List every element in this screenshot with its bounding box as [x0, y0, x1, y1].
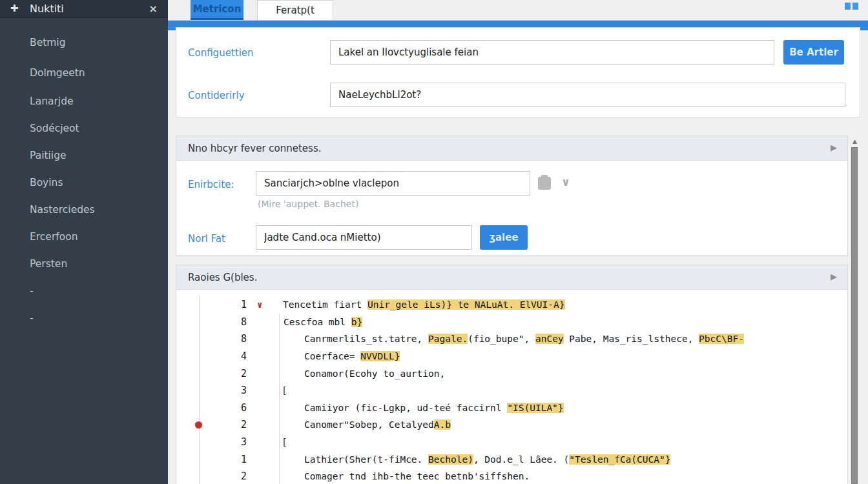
highlighted-token: PbcC\BF- [699, 334, 744, 344]
line-number: 2 [199, 365, 257, 382]
sidebar-item-label: Sodécjeot [30, 123, 158, 134]
sidebar-menu: ≠Cnslas×BetmigDolmgeetn+Dne dae×▦Caren×♣… [0, 18, 168, 332]
configuration-panel: Configuettien Be Artler Contiderirly [176, 27, 860, 117]
enirbcite-input[interactable] [256, 171, 530, 196]
chevron-right-icon[interactable]: ▶ [831, 272, 837, 281]
sidebar: ✚ Nuktiti × ≠Cnslas×BetmigDolmgeetn+Dne … [0, 0, 168, 484]
tab-metricon[interactable]: Metricon [191, 0, 243, 20]
code-text: [ [279, 434, 287, 451]
highlighted-token: "Teslen_fCa(CUCA"} [569, 454, 670, 465]
sidebar-item-sod-cjeot[interactable]: Sodécjeot [0, 115, 168, 142]
code-line[interactable]: 3[ [176, 382, 847, 399]
line-number: 2 [199, 468, 257, 484]
be-artler-button[interactable]: Be Artler [783, 40, 844, 65]
sidebar-item-label: Paitiige [30, 150, 158, 161]
tab-feratpt[interactable]: Feratp(t [257, 0, 333, 20]
highlighted-token: Pagale. [428, 334, 468, 344]
norl-fat-input[interactable] [256, 225, 472, 250]
code-text: Lathier(Sher(t-fiMce. Bechole), Dod.e_l … [279, 450, 670, 468]
code-text: [ [279, 382, 287, 399]
connections-section-header[interactable]: Nno hbcyr fever connetess. ▶ [176, 136, 847, 161]
code-line[interactable]: 1∨Tencetim fiart Unir_gele iLs)} te NALu… [176, 296, 847, 314]
code-token: Conamor(Ecohy to_aurtion, [304, 368, 445, 379]
confidentiality-label: Contiderirly [188, 90, 245, 101]
scroll-up-icon[interactable]: ▲ [851, 137, 859, 146]
code-text: Comager tnd ihb-the teec betnb'siffshen. [279, 468, 530, 484]
main-content: Metricon Feratp(t Configuettien Be Artle… [168, 0, 868, 484]
code-line[interactable]: 2Comager tnd ihb-the teec betnb'siffshen… [176, 468, 847, 484]
sidebar-item--[interactable]: - [0, 305, 168, 332]
sidebar-item--[interactable]: - [0, 277, 168, 305]
code-text: Camiiyor (fic-Lgkp, ud-teé faccirnl "IS(… [279, 399, 564, 417]
line-number: 1 [199, 450, 257, 468]
code-text: Tencetim fiart Unir_gele iLs)} te NALuAt… [279, 296, 565, 314]
sidebar-item-label: Nasterciedes [30, 204, 158, 216]
code-token: Canomer"Sobep, Cetalyed [304, 419, 434, 430]
line-number: 2 [199, 416, 257, 434]
pause-icon[interactable] [845, 3, 859, 10]
chevron-down-icon[interactable]: ∨ [561, 176, 570, 188]
close-icon[interactable]: × [144, 3, 158, 15]
tab-bar: Metricon Feratp(t [168, 0, 868, 21]
code-text: Coerface= NVVDLL} [279, 348, 400, 365]
sidebar-item-persten[interactable]: Persten [0, 250, 168, 277]
scrollbar-thumb[interactable] [851, 147, 858, 484]
confidentiality-input[interactable] [330, 83, 845, 107]
rules-section-header[interactable]: Raoies G(bles. ▶ [176, 265, 847, 290]
highlighted-token: A.b [434, 419, 451, 430]
sidebar-item-label: Lanarjde [30, 96, 158, 107]
configuration-input[interactable] [330, 40, 774, 65]
line-number: 8 [199, 330, 257, 348]
code-text: Canrmerlils_st.tatre, Pagale.(fio_bupe",… [279, 330, 744, 348]
fold-chevron-icon[interactable]: ∨ [257, 299, 279, 310]
code-token: Canrmerlils_st.tatre, [304, 334, 428, 344]
configuration-label: Configuettien [188, 47, 254, 59]
norl-fat-label: Norl Fat [188, 233, 225, 245]
code-text: Canomer"Sobep, CetalyedA.b [279, 416, 451, 434]
sidebar-item-nasterciedes[interactable]: Nasterciedes [0, 196, 168, 223]
highlighted-token: Bechole) [428, 454, 473, 465]
line-number: 3 [199, 382, 257, 399]
code-token: , Dod.e_l Lâee. ( [473, 454, 569, 465]
clipboard-icon[interactable] [538, 177, 551, 190]
code-token: Camiiyor (fic-Lgkp, ud-teé faccirnl [304, 403, 507, 413]
code-editor[interactable]: 1∨Tencetim fiart Unir_gele iLs)} te NALu… [176, 290, 847, 484]
code-token: [ [282, 385, 287, 396]
enirbcite-helper-text: (Mire 'auppet. Bachet) [258, 199, 358, 209]
code-line[interactable]: 8Cescfoa mbl b} [176, 314, 847, 331]
connections-section-title: Nno hbcyr fever connetess. [188, 143, 321, 154]
sidebar-item-dolmgeetn[interactable]: Dolmgeetn [0, 57, 168, 88]
chevron-right-icon[interactable]: ▶ [831, 143, 837, 152]
highlighted-token: Unir_gele iLs)} te NALuAt. ElVUI-A} [367, 299, 565, 310]
highlighted-token: "IS(UILA"} [507, 403, 563, 413]
zalee-button[interactable]: ʒalee [480, 225, 528, 250]
code-token: Coerface= [304, 351, 360, 361]
code-line[interactable]: 1Lathier(Sher(t-fiMce. Bechole), Dod.e_l… [176, 450, 847, 468]
sidebar-item-label: Betmig [30, 37, 158, 48]
code-line[interactable]: 2Canomer"Sobep, CetalyedA.b [176, 416, 847, 434]
highlighted-token: b} [351, 317, 362, 327]
sidebar-item-label: Ercerfoon [30, 231, 158, 243]
line-number: 8 [199, 314, 257, 331]
sidebar-item-label: Boyins [30, 177, 158, 188]
sidebar-header-label: Nuktiti [30, 3, 144, 15]
code-line[interactable]: 6Camiiyor (fic-Lgkp, ud-teé faccirnl "IS… [176, 399, 847, 417]
sidebar-item-paitiige[interactable]: Paitiige [0, 142, 168, 169]
sidebar-item-lanarjde[interactable]: Lanarjde [0, 88, 168, 115]
sidebar-item-label: - [30, 312, 158, 324]
rules-section: Raoies G(bles. ▶ 1∨Tencetim fiart Unir_g… [176, 265, 848, 484]
sidebar-item-label: - [30, 285, 158, 297]
code-text: Conamor(Ecohy to_aurtion, [279, 365, 445, 382]
sidebar-header-item[interactable]: ✚ Nuktiti × [0, 0, 168, 18]
code-line[interactable]: 3[ [176, 434, 847, 451]
code-line[interactable]: 4Coerface= NVVDLL} [176, 348, 847, 365]
code-line[interactable]: 8Canrmerlils_st.tatre, Pagale.(fio_bupe"… [176, 330, 847, 348]
code-token: Comager tnd ihb-the teec betnb'siffshen. [304, 471, 530, 481]
code-token: [ [282, 437, 287, 447]
sidebar-item-betmig[interactable]: Betmig [0, 27, 168, 57]
sidebar-item-boyins[interactable]: Boyins [0, 169, 168, 196]
code-line[interactable]: 2Conamor(Ecohy to_aurtion, [176, 365, 847, 382]
vertical-scrollbar[interactable]: ▲ [850, 137, 860, 484]
sidebar-item-ercerfoon[interactable]: Ercerfoon [0, 223, 168, 250]
rules-section-title: Raoies G(bles. [188, 272, 257, 283]
